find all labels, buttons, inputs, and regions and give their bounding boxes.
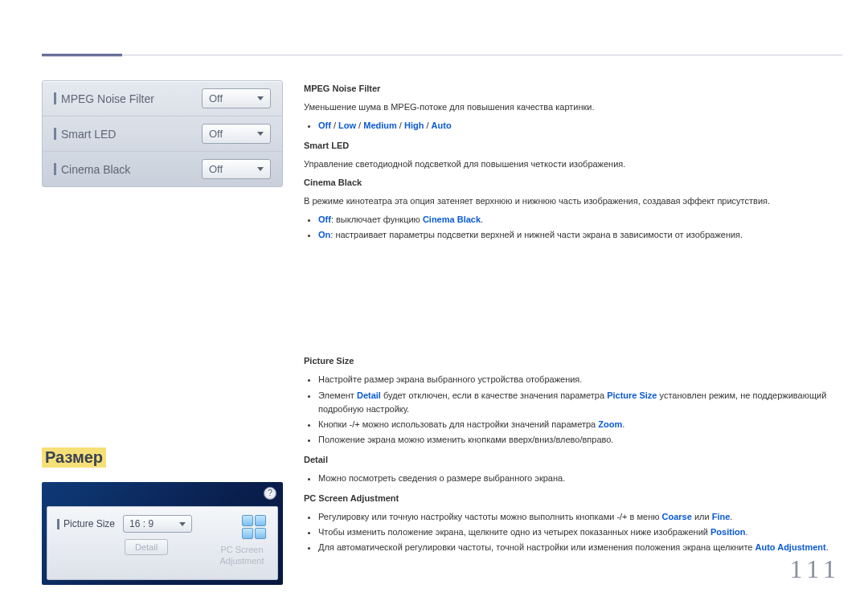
osd-label: Smart LED [54, 128, 116, 141]
help-icon[interactable]: ? [264, 487, 276, 500]
osd2-inner: Picture Size 16 : 9 Detail PC Screen Adj… [47, 506, 278, 580]
osd-row-smart-led: Smart LED Off [43, 116, 282, 151]
osd-panel-picture-size: ? Picture Size 16 : 9 Detail [42, 482, 283, 585]
heading-cinema-black: Cinema Black [304, 176, 842, 190]
picture-size-b1: Настройте размер экрана выбранного устро… [318, 373, 842, 386]
smart-led-desc: Управление светодиодной подсветкой для п… [304, 157, 842, 171]
section-title-size: Размер [42, 447, 106, 468]
pcadj-b2: Чтобы изменить положение экрана, щелкнит… [318, 525, 842, 539]
row-marker-icon [54, 128, 56, 140]
chevron-down-icon [257, 96, 264, 100]
detail-b1: Можно посмотреть сведения о размере выбр… [318, 472, 842, 485]
pcadj-b3: Для автоматической регулировки частоты, … [318, 541, 842, 554]
chevron-down-icon [179, 522, 186, 526]
osd-label: Cinema Black [54, 163, 130, 176]
heading-picture-size: Picture Size [304, 354, 842, 368]
osd-row-label-text: Cinema Black [61, 163, 130, 176]
cinema-black-desc: В режиме кинотеатра эта опция затеняет в… [304, 194, 842, 208]
detail-button[interactable]: Detail [125, 539, 168, 555]
osd-select-picture-size[interactable]: 16 : 9 [123, 515, 192, 533]
osd-label: Picture Size [57, 518, 115, 529]
row-marker-icon [54, 163, 56, 175]
osd-select-value: Off [209, 163, 223, 175]
cinema-on-line: On: настраивает параметры подсветки верх… [318, 228, 842, 242]
pc-screen-line1: PC Screen [220, 545, 263, 554]
mpeg-desc: Уменьшение шума в MPEG-потоке для повыше… [304, 100, 842, 114]
section1-text: MPEG Noise Filter Уменьшение шума в MPEG… [304, 82, 842, 242]
heading-smart-led: Smart LED [304, 139, 842, 153]
picture-size-b3: Кнопки -/+ можно использовать для настро… [318, 418, 842, 431]
osd-select-smart-led[interactable]: Off [202, 124, 271, 144]
page-number: 111 [789, 554, 841, 584]
chevron-down-icon [257, 132, 264, 136]
heading-pc-screen-adjustment: PC Screen Adjustment [304, 492, 842, 505]
osd-row-label-text: Smart LED [61, 128, 116, 141]
osd-row-mpeg-noise-filter: MPEG Noise Filter Off [43, 81, 282, 116]
osd-select-mpeg-noise-filter[interactable]: Off [202, 88, 271, 108]
left-column: MPEG Noise Filter Off Smart LED Off [42, 80, 283, 585]
mpeg-options-line: Off / Low / Medium / High / Auto [318, 119, 842, 133]
osd-select-value: Off [209, 92, 223, 104]
heading-detail: Detail [304, 453, 842, 467]
osd-label: MPEG Noise Filter [54, 92, 154, 105]
picture-size-b4: Положение экрана можно изменить кнопками… [318, 433, 842, 447]
pcadj-b1: Регулировку или точную настройку частоты… [318, 510, 842, 524]
pc-screen-line2: Adjustment [219, 556, 264, 566]
right-column: MPEG Noise Filter Уменьшение шума в MPEG… [304, 80, 842, 585]
row-marker-icon [54, 92, 56, 104]
position-grid-icon[interactable] [242, 515, 266, 539]
osd-row-cinema-black: Cinema Black Off [43, 151, 282, 186]
osd-row-label-text: MPEG Noise Filter [61, 92, 154, 105]
chevron-down-icon [257, 167, 264, 171]
header-rule [42, 55, 842, 55]
picture-size-b2: Элемент Detail будет отключен, если в ка… [318, 389, 842, 416]
osd-row-label-text: Picture Size [63, 518, 115, 529]
section2-text: Picture Size Настройте размер экрана выб… [304, 354, 842, 554]
row-marker-icon [57, 519, 59, 529]
osd-select-cinema-black[interactable]: Off [202, 159, 271, 179]
osd-panel-noise-filter: MPEG Noise Filter Off Smart LED Off [42, 80, 283, 187]
osd-select-value: 16 : 9 [129, 518, 154, 529]
osd-row-picture-size: Picture Size 16 : 9 [57, 515, 268, 533]
heading-mpeg-noise-filter: MPEG Noise Filter [304, 82, 842, 96]
pc-screen-adjustment-label: PC Screen Adjustment [218, 544, 266, 567]
osd-select-value: Off [209, 128, 223, 140]
cinema-off-line: Off: выключает функцию Cinema Black. [318, 213, 842, 227]
